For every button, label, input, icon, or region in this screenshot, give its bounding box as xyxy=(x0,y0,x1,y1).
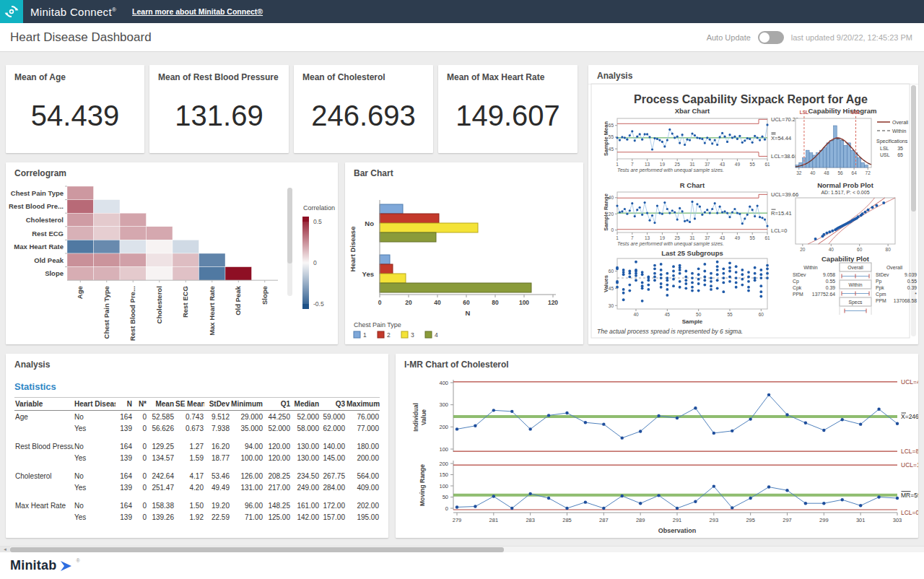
svg-text:150: 150 xyxy=(439,471,448,478)
auto-update-toggle[interactable] xyxy=(758,31,784,44)
svg-text:0.39: 0.39 xyxy=(826,285,835,290)
kpi-card-mean-cholesterol: Mean of Cholesterol 246.693 xyxy=(294,65,433,153)
svg-text:Sample: Sample xyxy=(682,318,703,325)
svg-text:137752.64: 137752.64 xyxy=(812,292,835,297)
svg-text:R=15.41: R=15.41 xyxy=(771,210,792,217)
svg-text:9.039: 9.039 xyxy=(905,272,917,277)
svg-text:Overall: Overall xyxy=(892,120,909,125)
svg-text:LCL=38.68: LCL=38.68 xyxy=(771,153,798,160)
svg-text:Tests are performed with unequ: Tests are performed with unequal sample … xyxy=(617,167,724,173)
svg-text:400: 400 xyxy=(439,380,448,386)
svg-text:9.058: 9.058 xyxy=(823,272,835,277)
svg-text:301: 301 xyxy=(856,517,866,523)
svg-text:7: 7 xyxy=(631,235,634,240)
svg-text:MR=59.0596: MR=59.0596 xyxy=(901,492,918,499)
svg-text:297: 297 xyxy=(783,517,792,523)
svg-text:Overall: Overall xyxy=(886,265,903,270)
svg-text:31: 31 xyxy=(689,162,695,167)
svg-text:4: 4 xyxy=(435,331,438,339)
svg-text:1: 1 xyxy=(363,331,367,339)
table-row: Yes1390139.261.9222.5971.00125.00142.001… xyxy=(14,511,380,523)
table-row: Yes1390134.571.5918.77100.00120.00130.00… xyxy=(14,452,380,463)
svg-text:299: 299 xyxy=(819,517,829,523)
page-header: Heart Disease Dashboard Auto Update last… xyxy=(0,23,924,52)
svg-text:80: 80 xyxy=(886,247,892,252)
svg-text:UCL=192.965: UCL=192.965 xyxy=(901,461,918,469)
svg-text:UCL=70.20: UCL=70.20 xyxy=(771,116,798,123)
svg-text:Old Peak: Old Peak xyxy=(234,285,242,315)
svg-text:13: 13 xyxy=(645,235,650,240)
svg-text:283: 283 xyxy=(526,517,535,523)
horizontal-scrollbar[interactable]: ◄ xyxy=(0,546,924,552)
statistics-section-link[interactable]: Statistics xyxy=(14,381,56,392)
svg-text:No: No xyxy=(365,219,374,227)
footer-brand-text: Minitab xyxy=(10,558,56,573)
svg-text:56: 56 xyxy=(837,170,843,175)
table-row: Yes139056.6260.6737.93835.00052.00058.00… xyxy=(14,422,380,434)
svg-text:Chest Pain Type: Chest Pain Type xyxy=(354,321,401,328)
svg-text:0: 0 xyxy=(313,259,317,266)
svg-text:200: 200 xyxy=(439,461,448,467)
svg-text:Slope: Slope xyxy=(261,286,269,305)
svg-text:Within: Within xyxy=(849,282,863,287)
scroll-left-button[interactable]: ◄ xyxy=(0,547,10,552)
svg-text:45: 45 xyxy=(665,312,671,317)
svg-text:43: 43 xyxy=(720,162,725,167)
svg-text:32: 32 xyxy=(796,170,802,175)
table-header-row: VariableHeart DiseaseNN*MeanSE MeanStDev… xyxy=(14,398,380,411)
svg-text:Max Heart Rate: Max Heart Rate xyxy=(14,243,64,251)
svg-text:72: 72 xyxy=(866,170,871,175)
svg-text:285: 285 xyxy=(562,517,572,523)
page-title: Heart Disease Dashboard xyxy=(10,30,152,45)
svg-text:X=54.44: X=54.44 xyxy=(771,135,791,142)
svg-text:Rest ECG: Rest ECG xyxy=(181,286,189,318)
minitab-connect-logo-icon[interactable] xyxy=(0,0,23,23)
top-navbar: Minitab Connect® Learn more about Minita… xyxy=(0,0,924,23)
svg-text:Ppk: Ppk xyxy=(876,285,884,291)
svg-text:25: 25 xyxy=(675,162,681,167)
imr-chart-panel: I-MR Chart of Cholesterol 100200300400UC… xyxy=(396,354,918,538)
svg-text:3: 3 xyxy=(411,331,414,339)
svg-text:Sample Mean: Sample Mean xyxy=(603,121,609,156)
kpi-value: 131.69 xyxy=(149,100,289,132)
brand-name: Minitab Connect® xyxy=(30,6,116,18)
dashboard-content: Mean of Age 54.439 Mean of Rest Blood Pr… xyxy=(0,52,924,546)
svg-text:Xbar Chart: Xbar Chart xyxy=(675,107,710,115)
svg-text:55: 55 xyxy=(750,235,756,240)
svg-text:Within: Within xyxy=(803,265,818,270)
column-header: Median xyxy=(291,398,320,411)
svg-text:49: 49 xyxy=(735,235,741,240)
svg-text:300: 300 xyxy=(439,401,448,408)
page-footer: Minitab ® xyxy=(0,552,924,579)
svg-text:20: 20 xyxy=(405,299,412,306)
svg-text:35: 35 xyxy=(897,146,903,151)
process-capability-sixpack-chart: Process Capability Sixpack Report for Ag… xyxy=(588,65,918,344)
svg-text:80: 80 xyxy=(492,299,499,306)
svg-text:LCL=89.6197: LCL=89.6197 xyxy=(901,448,918,455)
svg-text:40: 40 xyxy=(810,170,816,175)
panel-title: Analysis xyxy=(14,360,50,370)
svg-text:LCL=0: LCL=0 xyxy=(901,509,918,516)
learn-more-link[interactable]: Learn more about Minitab Connect® xyxy=(132,7,263,16)
imr-control-chart: 100200300400UCL=403.766X=246.693LCL=89.6… xyxy=(396,371,918,537)
svg-text:40: 40 xyxy=(829,247,834,252)
svg-text:0: 0 xyxy=(611,227,614,232)
svg-text:Individual: Individual xyxy=(412,403,419,432)
table-row: CholesterolNo1640242.644.1753.46126.0020… xyxy=(14,470,380,482)
svg-text:Process Capability Sixpack Rep: Process Capability Sixpack Report for Ag… xyxy=(634,93,868,105)
svg-text:Correlation: Correlation xyxy=(303,204,335,212)
svg-text:Rest Blood Pre...: Rest Blood Pre... xyxy=(9,202,64,210)
svg-text:-0.5: -0.5 xyxy=(313,300,324,308)
table-row: Rest Blood PressureNo1640129.251.2716.20… xyxy=(14,440,380,452)
heart-disease-bar-chart: NoYes020406080100120NHeart DiseaseChest … xyxy=(345,178,583,343)
scrollbar-thumb[interactable] xyxy=(10,547,504,552)
kpi-value: 149.607 xyxy=(438,100,578,132)
column-header: Q1 xyxy=(263,398,291,411)
svg-text:Chest Pain Type: Chest Pain Type xyxy=(11,189,64,197)
svg-text:Cholesterol: Cholesterol xyxy=(26,216,64,224)
svg-text:The actual process spread is r: The actual process spread is represented… xyxy=(597,328,743,335)
svg-text:100: 100 xyxy=(439,446,448,453)
svg-text:43: 43 xyxy=(720,235,725,240)
svg-text:Specs: Specs xyxy=(849,300,863,305)
svg-text:137068.58: 137068.58 xyxy=(894,298,917,303)
